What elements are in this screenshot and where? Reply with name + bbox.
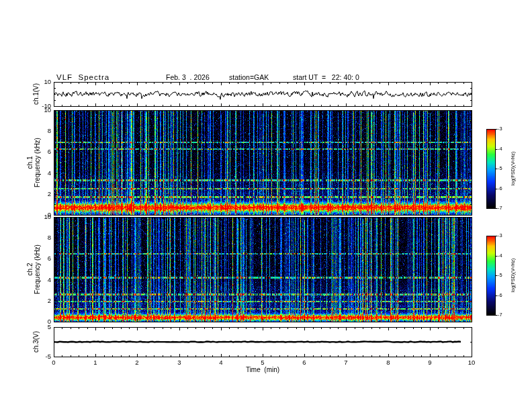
x-axis-label: Time (min) [246, 366, 279, 373]
colorbar-1-tick-label: -4 [498, 146, 502, 152]
ch1_spec-ytick-label: 8 [31, 128, 51, 134]
x-tick-label: 9 [422, 359, 438, 366]
ch2_spec-ytick-label: 8 [31, 234, 51, 241]
ch3_wave-ytick-label: -5 [31, 353, 51, 360]
colorbar-2-tick-label: -4 [498, 253, 502, 259]
header-start-ut: start UT = 22: 40: 0 [293, 73, 359, 81]
colorbar-1-tick-label: -5 [498, 166, 502, 171]
ch1-spec-ylabel: ch.1 Frequency (kHz) [26, 138, 41, 187]
ch3_wave-ytick-label: 5 [31, 324, 51, 330]
ch1_wave-ytick-label: 10 [31, 79, 51, 85]
ch3-wave-ylabel: ch.3(V) [32, 331, 40, 353]
colorbar-2-tick-label: -5 [498, 273, 502, 278]
ch1_spec-ytick-label: 10 [31, 107, 51, 113]
ch1-spec-ylabel-channel: ch.1 [26, 138, 34, 187]
ch2_spec-ytick-label: 2 [31, 298, 51, 304]
x-tick-label: 0 [46, 359, 62, 366]
ch1-wave-ylabel: ch.1(V) [32, 83, 40, 105]
ch1_spec-ytick-label: 4 [31, 170, 51, 177]
colorbar-2-tick-label: -7 [498, 312, 502, 318]
x-tick-label: 5 [255, 359, 271, 366]
ch2-spec-ylabel-frequency: Frequency (kHz) [34, 244, 41, 294]
vlf-spectra-figure: VLF Spectra Feb. 3 . 2026 station=GAK st… [0, 0, 532, 411]
ch2-spec-ylabel-channel: ch.2 [26, 244, 34, 294]
ch1_spec-ytick-label: 2 [31, 191, 51, 197]
colorbar-ch2-label: log(PSD)(V²/Hz) [511, 259, 516, 293]
colorbar-2-tick-label: -3 [498, 233, 502, 238]
x-tick-label: 4 [213, 359, 229, 366]
header-station: station=GAK [229, 73, 269, 81]
x-tick-label: 2 [129, 359, 145, 366]
x-tick-label: 1 [87, 359, 103, 366]
colorbar-2-tick-label: -6 [498, 293, 502, 298]
colorbar-1-tick-label: -7 [498, 205, 502, 211]
ch1-spec-ylabel-frequency: Frequency (kHz) [34, 138, 41, 187]
ch1_spec-ytick-label: 6 [31, 148, 51, 155]
x-tick-label: 10 [463, 359, 480, 366]
x-tick-label: 3 [171, 359, 187, 366]
header-date: Feb. 3 . 2026 [166, 73, 210, 81]
colorbar-1-tick-label: -6 [498, 186, 502, 191]
colorbar-ch1-label: log(PSD)(V²/Hz) [511, 152, 516, 186]
colorbar-1-tick-label: -3 [498, 126, 502, 132]
ch2_spec-ytick-label: 4 [31, 277, 51, 283]
ch2_spec-ytick-label: 6 [31, 255, 51, 262]
x-tick-label: 7 [338, 359, 354, 366]
ch2_spec-ytick-label: 10 [31, 214, 51, 220]
axes-overlay-canvas [0, 0, 532, 411]
ch2-spec-ylabel: ch.2 Frequency (kHz) [26, 244, 41, 294]
figure-title: VLF Spectra [56, 73, 109, 81]
x-tick-label: 6 [296, 359, 312, 366]
x-tick-label: 8 [380, 359, 396, 366]
